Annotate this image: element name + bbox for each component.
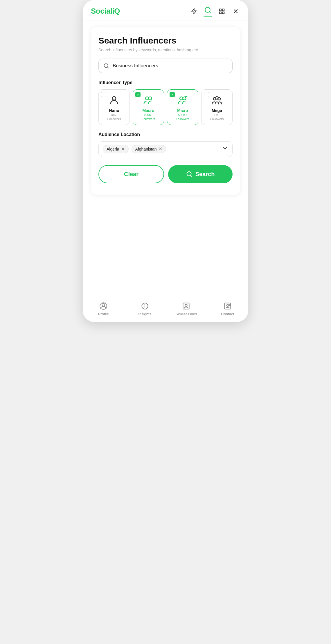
insights-icon: [141, 302, 149, 310]
svg-point-19: [216, 97, 218, 99]
bottom-nav: Profile Insights Similar Ones: [83, 297, 248, 322]
clear-button[interactable]: Clear: [98, 165, 164, 183]
app-header: SocialiQ: [83, 0, 248, 17]
macro-icon: [143, 95, 154, 106]
svg-point-32: [226, 304, 229, 306]
search-btn-label: Search: [195, 171, 215, 178]
nav-similar[interactable]: Similar Ones: [166, 302, 207, 316]
svg-point-28: [185, 304, 187, 306]
search-card: Search Influencers Search influencers by…: [91, 27, 240, 195]
profile-label: Profile: [98, 312, 109, 316]
location-tag-afghanistan[interactable]: Afghanistan ✕: [132, 145, 166, 153]
mega-count: 1M+Followers: [210, 113, 224, 121]
svg-point-12: [145, 97, 149, 100]
close-icon[interactable]: [231, 7, 240, 16]
header-icons: [190, 6, 240, 17]
page-title: Search Influencers: [98, 35, 233, 46]
logo-text: Social: [91, 7, 112, 15]
location-dropdown-button[interactable]: [222, 145, 228, 153]
search-input[interactable]: [113, 63, 228, 69]
phone-container: SocialiQ: [83, 0, 248, 322]
svg-point-11: [112, 97, 116, 100]
nano-name: Nano: [109, 108, 119, 113]
nav-insights[interactable]: Insights: [124, 302, 166, 316]
mega-name: Mega: [212, 108, 222, 113]
micro-name: Micro: [177, 108, 188, 113]
macro-count: 100K+Followers: [141, 113, 155, 121]
contact-icon: [224, 302, 232, 310]
influencer-card-mega[interactable]: Mega 1M+Followers: [201, 89, 233, 125]
nano-count: 10K+Followers: [107, 113, 121, 121]
remove-algeria-button[interactable]: ✕: [121, 147, 125, 151]
micro-checkbox[interactable]: [170, 92, 175, 97]
svg-rect-3: [220, 9, 221, 10]
svg-line-21: [190, 175, 192, 176]
search-icon: [103, 63, 109, 69]
location-algeria-text: Algeria: [107, 147, 119, 151]
nano-icon: [109, 95, 119, 106]
svg-marker-0: [192, 8, 197, 14]
svg-rect-31: [224, 303, 231, 309]
nano-checkbox[interactable]: [101, 92, 106, 97]
influencer-card-macro[interactable]: Macro 100K+Followers: [133, 89, 164, 125]
insights-label: Insights: [138, 312, 151, 316]
search-nav-icon[interactable]: [204, 6, 212, 17]
search-btn-icon: [186, 171, 193, 177]
contact-label: Contact: [221, 312, 234, 316]
main-content: Search Influencers Search influencers by…: [83, 21, 248, 246]
svg-point-22: [102, 303, 105, 306]
app-logo: SocialiQ: [91, 7, 120, 16]
svg-rect-4: [222, 9, 224, 10]
influencer-types-grid: Nano 10K+Followers Macro 100K+Followers: [98, 89, 233, 125]
svg-line-2: [209, 12, 211, 13]
location-afghanistan-text: Afghanistan: [135, 147, 157, 151]
macro-name: Macro: [142, 108, 154, 113]
micro-icon: [177, 95, 188, 106]
influencer-card-nano[interactable]: Nano 10K+Followers: [98, 89, 130, 125]
mega-checkbox[interactable]: [204, 92, 209, 97]
remove-afghanistan-button[interactable]: ✕: [159, 147, 162, 151]
influencer-card-micro[interactable]: Micro 500K+Followers: [167, 89, 198, 125]
search-input-wrap[interactable]: [98, 59, 233, 73]
macro-checkbox[interactable]: [135, 92, 141, 97]
grid-icon[interactable]: [217, 7, 226, 16]
mega-icon: [212, 95, 222, 106]
profile-icon: [99, 302, 107, 310]
svg-rect-6: [220, 12, 221, 13]
svg-rect-5: [222, 12, 224, 13]
page-subtitle: Search influencers by keywords, mentions…: [98, 48, 233, 52]
action-buttons: Clear Search: [98, 165, 233, 186]
active-indicator: [204, 16, 212, 17]
micro-count: 500K+Followers: [176, 113, 189, 121]
logo-highlight: iQ: [112, 7, 120, 15]
similar-ones-icon: [182, 302, 190, 310]
location-wrap: Algeria ✕ Afghanistan ✕: [98, 141, 233, 157]
svg-line-10: [107, 67, 109, 68]
search-button[interactable]: Search: [168, 165, 233, 183]
audience-location-label: Audience Location: [98, 132, 233, 137]
nav-profile[interactable]: Profile: [83, 302, 124, 316]
location-tag-algeria[interactable]: Algeria ✕: [103, 145, 129, 153]
svg-point-13: [149, 97, 152, 100]
svg-point-15: [183, 97, 186, 100]
svg-point-14: [180, 97, 183, 100]
influencer-type-label: Influencer Type: [98, 80, 233, 85]
nav-contact[interactable]: Contact: [207, 302, 249, 316]
similar-ones-label: Similar Ones: [175, 312, 197, 316]
lightning-icon[interactable]: [190, 7, 198, 16]
